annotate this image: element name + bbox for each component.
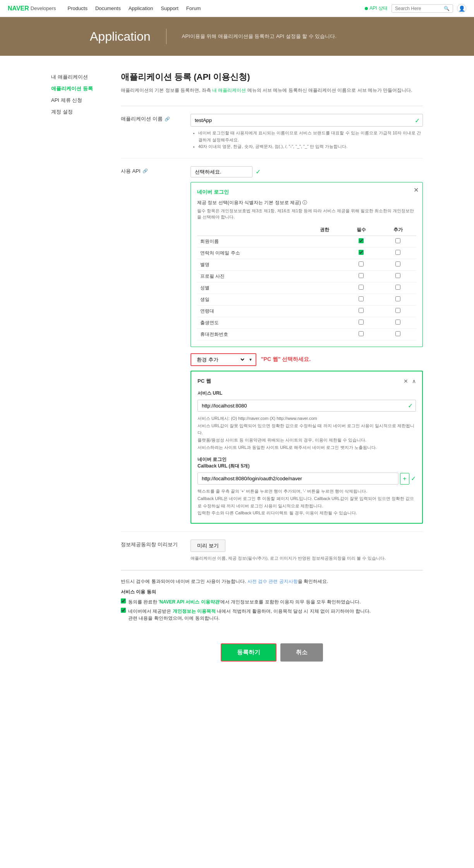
service-url-desc-line: 서비스하려는 사이트 URL과 동일한 사이트 URL로 해주셔서 네이버 로그… xyxy=(198,444,416,451)
permission-required-cell[interactable] xyxy=(343,317,380,328)
callback-input-wrap: + ✓ xyxy=(198,473,416,485)
callback-desc: 텍스트를 줄 우측 끝의 '+' 버튼을 누르면 행이 추가되며, '-' 버튼… xyxy=(198,488,416,517)
link-icon: 🔗 xyxy=(165,117,170,122)
permission-row: 출생연도 xyxy=(197,317,416,328)
user-icon[interactable]: 👤 xyxy=(457,4,466,13)
permission-additional-checkbox[interactable] xyxy=(395,285,400,290)
agreement-link-1[interactable]: NAVER API 서비스 이용약관 xyxy=(160,599,220,605)
permission-required-cell[interactable] xyxy=(343,294,380,305)
api-select-dropdown[interactable]: 선택하세요. xyxy=(191,166,252,177)
permission-additional-checkbox[interactable] xyxy=(395,308,400,313)
permission-required-checkbox[interactable] xyxy=(359,273,364,278)
agreement-checkbox-1[interactable] xyxy=(121,598,126,603)
permission-additional-checkbox[interactable] xyxy=(395,273,400,278)
submit-button[interactable]: 등록하기 xyxy=(221,643,276,662)
main-nav: Products Documents Application Support F… xyxy=(68,5,365,11)
permission-info-icon: ⓘ xyxy=(302,199,307,206)
nav-forum[interactable]: Forum xyxy=(186,5,201,11)
permission-required-cell[interactable] xyxy=(343,282,380,294)
permission-col-empty xyxy=(306,328,343,340)
permission-required-cell[interactable] xyxy=(343,235,380,247)
permission-required-cell[interactable] xyxy=(343,270,380,282)
permission-required-checkbox[interactable] xyxy=(359,261,364,266)
permission-required-checkbox[interactable] xyxy=(359,308,364,313)
search-input[interactable] xyxy=(395,6,441,11)
banner: Application API이용을 위해 애플리케이션을 등록하고 API 설… xyxy=(0,17,474,56)
agreement-item-1-text: 동의를 완료한 'NAVER API 서비스 이용약관'에서 개인정보보호를 포… xyxy=(128,598,361,605)
sidebar: 내 애플리케이션 애플리케이션 등록 API 제류 신청 계정 설정 xyxy=(51,71,113,673)
sidebar-item-my-apps[interactable]: 내 애플리케이션 xyxy=(51,71,113,83)
logo-naver: NAVER xyxy=(8,5,29,12)
permission-additional-checkbox[interactable] xyxy=(395,296,400,301)
permission-additional-checkbox[interactable] xyxy=(395,261,400,266)
app-name-label: 애플리케이션 이름 🔗 xyxy=(121,114,191,122)
col-required: 필수 xyxy=(343,224,380,236)
permission-additional-cell[interactable] xyxy=(380,317,416,328)
header-right: API 상태 🔍 👤 xyxy=(365,4,466,13)
permission-additional-cell[interactable] xyxy=(380,235,416,247)
permission-additional-checkbox[interactable] xyxy=(395,331,400,336)
pc-web-close-button[interactable]: ✕ xyxy=(404,378,408,384)
preview-button[interactable]: 미리 보기 xyxy=(191,540,225,552)
nav-documents[interactable]: Documents xyxy=(95,5,121,11)
permission-additional-cell[interactable] xyxy=(380,247,416,259)
permission-required-cell[interactable] xyxy=(343,247,380,259)
permission-additional-cell[interactable] xyxy=(380,270,416,282)
env-select-dropdown[interactable]: 환경 추가 xyxy=(191,354,246,365)
nav-support[interactable]: Support xyxy=(161,5,179,11)
permission-required-checkbox[interactable] xyxy=(359,250,364,255)
permission-required-cell[interactable] xyxy=(343,328,380,340)
agreement-notice-link[interactable]: 사전 검수 관련 공지사항 xyxy=(247,579,298,584)
service-url-label: 서비스 URL xyxy=(198,390,416,397)
permission-required-checkbox[interactable] xyxy=(359,320,364,325)
service-url-check-icon: ✓ xyxy=(408,402,413,409)
permission-required-cell[interactable] xyxy=(343,305,380,317)
agreement-item-2-text: 네이버에서 제공받은 개인정보는 이용목적 내에서 적법하게 활용하며, 이용목… xyxy=(128,608,371,622)
nav-products[interactable]: Products xyxy=(68,5,88,11)
permission-additional-checkbox[interactable] xyxy=(395,320,400,325)
permission-name: 연령대 xyxy=(197,305,306,317)
permission-required-cell[interactable] xyxy=(343,259,380,270)
permission-additional-cell[interactable] xyxy=(380,259,416,270)
sidebar-item-register[interactable]: 애플리케이션 등록 xyxy=(51,83,113,95)
input-check-icon: ✓ xyxy=(415,117,420,124)
naver-login-close-button[interactable]: ✕ xyxy=(414,186,419,194)
sidebar-item-api-request[interactable]: API 제류 신청 xyxy=(51,95,113,106)
callback-input[interactable] xyxy=(198,473,398,485)
permission-required-checkbox[interactable] xyxy=(359,296,364,301)
callback-desc-line: 입력한 주소와 다른 Callback URL로 리다이렉트 될 경우, 이용이… xyxy=(198,509,416,517)
permission-additional-checkbox[interactable] xyxy=(395,238,400,243)
api-select-label: 사용 API 🔗 xyxy=(121,166,191,175)
search-box[interactable]: 🔍 xyxy=(392,4,453,13)
page-desc-text1: 애플리케이션의 기본 정보를 등록하면, 좌측 xyxy=(121,88,212,93)
permission-required-checkbox[interactable] xyxy=(359,285,364,290)
cancel-button[interactable]: 취소 xyxy=(280,643,323,662)
service-url-input[interactable] xyxy=(198,400,416,412)
app-name-label-text: 애플리케이션 이름 xyxy=(121,115,163,122)
service-url-desc: 서비스 URL에시: (O) http://naver.com (X) http… xyxy=(198,415,416,451)
permission-required-checkbox[interactable] xyxy=(359,238,364,243)
permission-additional-checkbox[interactable] xyxy=(395,250,400,255)
banner-title: Application xyxy=(90,29,151,44)
permission-name: 연락처 이메일 주소 xyxy=(197,247,306,259)
permission-additional-cell[interactable] xyxy=(380,294,416,305)
pc-web-header: PC 웹 ✕ ∧ xyxy=(198,378,416,385)
pc-web-collapse-button[interactable]: ∧ xyxy=(412,378,416,384)
logo-dev: Developers xyxy=(31,5,56,11)
nav-application[interactable]: Application xyxy=(129,5,153,11)
page-desc-link[interactable]: 내 애플리케이션 xyxy=(212,88,246,93)
sidebar-item-account-settings[interactable]: 계정 설정 xyxy=(51,106,113,118)
permission-col-empty xyxy=(306,305,343,317)
callback-check-icon: ✓ xyxy=(411,475,416,482)
agreement-link-2[interactable]: 개인정보는 이용목적 xyxy=(173,608,216,614)
naver-login-block: ✕ 네이버 로그인 제공 정보 선택(이용자 식별자는 기본 정보로 제공) ⓘ… xyxy=(191,182,423,347)
callback-add-button[interactable]: + xyxy=(400,473,409,485)
permission-additional-cell[interactable] xyxy=(380,282,416,294)
agreement-checkbox-2[interactable] xyxy=(121,608,126,613)
permission-required-checkbox[interactable] xyxy=(359,331,364,336)
permission-additional-cell[interactable] xyxy=(380,305,416,317)
agreement-notice: 반드시 검수에 통과되어야 네이버 로그인 사용이 가능합니다. 사전 검수 관… xyxy=(121,578,423,585)
app-name-input[interactable] xyxy=(191,114,423,127)
permission-name: 출생연도 xyxy=(197,317,306,328)
permission-additional-cell[interactable] xyxy=(380,328,416,340)
